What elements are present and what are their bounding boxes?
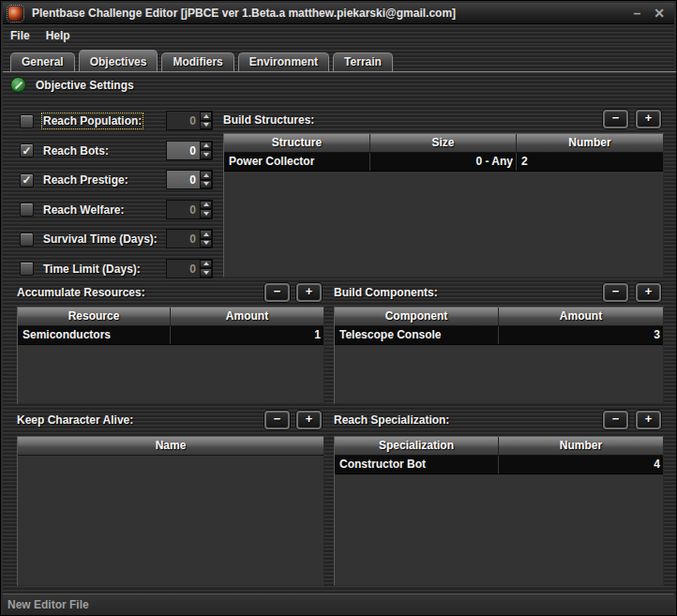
reach-prestige-checkbox[interactable]: ✓ [20,173,34,188]
reach-specialization-table-header: SpecializationNumber [335,437,663,456]
spinner-down-icon [203,123,209,127]
build-structures-column-structure[interactable]: Structure [224,134,370,152]
build-structures-add-button[interactable]: + [636,110,661,128]
survival-time-days-value[interactable]: 0 [167,230,200,248]
build-structures-cell-number: 2 [517,153,663,171]
build-components-row-telescope-console[interactable]: Telescope Console3 [335,326,663,345]
accumulate-resources-label: Accumulate Resources: [17,286,145,299]
status-text: New Editor File [8,598,89,611]
time-limit-days-spinner-up-button[interactable] [200,260,212,269]
tab-terrain[interactable]: Terrain [333,53,393,71]
keep-character-alive-column-name[interactable]: Name [18,437,323,455]
accumulate-resources-add-button[interactable]: + [296,283,322,302]
reach-population-spinner-up-button[interactable] [200,112,212,121]
build-structures-column-number[interactable]: Number [517,134,663,152]
reach-prestige-spinner-down-button[interactable] [200,180,212,189]
spinner-down-icon [203,153,209,157]
build-structures-cell-size: 0 - Any [370,153,517,171]
survival-time-days-spinner-up-button[interactable] [200,230,212,239]
build-components-add-button[interactable]: + [636,283,661,302]
tab-modifiers[interactable]: Modifiers [161,53,233,71]
time-limit-days-spinner: 0 [166,259,213,278]
survival-time-days-checkbox[interactable] [20,233,34,247]
reach-specialization-column-specialization[interactable]: Specialization [335,437,499,455]
reach-specialization-remove-button[interactable]: − [603,411,628,429]
build-components-column-amount[interactable]: Amount [499,308,663,325]
reach-welfare-checkbox[interactable] [20,203,34,217]
accumulate-resources-table: ResourceAmountSemiconductors1 [17,307,324,404]
tab-strip: GeneralObjectivesModifiersEnvironmentTer… [3,46,674,71]
reach-specialization-label: Reach Specialization: [334,413,449,427]
reach-population-spinner: 0 [166,111,213,130]
keep-character-alive-add-button[interactable]: + [296,411,322,429]
time-limit-days-checkbox[interactable] [20,262,34,276]
tab-environment[interactable]: Environment [238,53,329,71]
keep-character-alive-table: Name [17,436,324,586]
reach-specialization-add-button[interactable]: + [636,411,661,429]
accumulate-resources-remove-button[interactable]: − [264,283,290,302]
spinner-down-icon [203,182,209,186]
spinner-up-icon [203,203,209,206]
menu-item-file[interactable]: File [10,29,30,42]
build-components-label: Build Components: [334,286,438,299]
keep-character-alive-remove-button[interactable]: − [264,411,290,429]
app-icon [8,7,23,21]
time-limit-days-value[interactable]: 0 [167,260,200,278]
objective-row-reach-bots: ✓Reach Bots:0 [18,140,213,162]
tab-objectives[interactable]: Objectives [79,50,158,71]
reach-welfare-spinner-up-button[interactable] [200,201,212,210]
build-structures-table-header: StructureSizeNumber [224,134,663,153]
reach-prestige-label: Reach Prestige: [43,173,128,187]
reach-bots-checkbox[interactable]: ✓ [20,143,34,158]
accumulate-resources-cell-resource: Semiconductors [18,326,171,344]
survival-time-days-spinner: 0 [166,229,213,248]
spinner-up-icon [203,114,209,118]
time-limit-days-spinner-down-button[interactable] [200,268,212,278]
close-button[interactable]: ✕ [654,7,665,20]
build-components-cell-component: Telescope Console [335,326,499,344]
title-bar: Plentbase Challenge Editor [jPBCE ver 1.… [3,3,674,24]
accumulate-resources-column-amount[interactable]: Amount [171,308,323,325]
reach-population-checkbox[interactable] [20,114,34,128]
accumulate-resources-row-semiconductors[interactable]: Semiconductors1 [18,326,323,345]
build-components-remove-button[interactable]: − [603,283,628,302]
accumulate-resources-column-resource[interactable]: Resource [18,308,171,325]
build-structures-table: StructureSizeNumberPower Collector0 - An… [223,133,664,278]
build-components-column-component[interactable]: Component [335,308,499,325]
spinner-down-icon [203,271,209,275]
reach-welfare-value[interactable]: 0 [167,201,200,218]
survival-time-days-spinner-down-button[interactable] [200,239,212,248]
reach-specialization-column-number[interactable]: Number [499,437,663,455]
reach-specialization-cell-specialization: Constructor Bot [335,456,499,473]
reach-bots-spinner: 0 [166,141,213,160]
reach-prestige-value[interactable]: 0 [167,171,200,188]
time-limit-days-label: Time Limit (Days): [43,263,141,276]
build-structures-cell-structure: Power Collector [224,153,370,171]
build-structures-remove-button[interactable]: − [603,110,628,128]
reach-bots-value[interactable]: 0 [167,142,200,159]
reach-bots-spinner-down-button[interactable] [200,150,212,159]
reach-specialization-row-constructor-bot[interactable]: Constructor Bot4 [335,456,663,474]
minimize-button[interactable]: – [633,7,640,20]
reach-specialization-table: SpecializationNumberConstructor Bot4 [334,436,664,586]
build-components-table-header: ComponentAmount [335,308,663,326]
reach-population-spinner-down-button[interactable] [200,121,212,130]
keep-character-alive-label: Keep Character Alive: [17,413,133,427]
reach-welfare-spinner-down-button[interactable] [200,209,212,218]
reach-prestige-spinner-up-button[interactable] [200,171,212,180]
spinner-down-icon [203,241,209,245]
reach-population-value[interactable]: 0 [167,112,200,129]
keep-character-alive-table-header: Name [18,437,323,456]
accumulate-resources-cell-amount: 1 [171,326,323,344]
menu-item-help[interactable]: Help [46,29,70,42]
reach-bots-spinner-up-button[interactable] [200,142,212,151]
tab-general[interactable]: General [10,53,75,71]
status-bar: New Editor File [3,593,674,615]
build-structures-row-power-collector[interactable]: Power Collector0 - Any2 [224,153,663,172]
build-structures-label: Build Structures: [223,113,314,127]
build-structures-column-size[interactable]: Size [370,134,517,152]
objectives-list: Reach Population:0✓Reach Bots:0✓Reach Pr… [18,72,213,288]
objective-row-reach-welfare: Reach Welfare:0 [18,199,213,221]
spinner-up-icon [203,143,209,147]
objective-row-reach-population: Reach Population:0 [18,110,213,132]
